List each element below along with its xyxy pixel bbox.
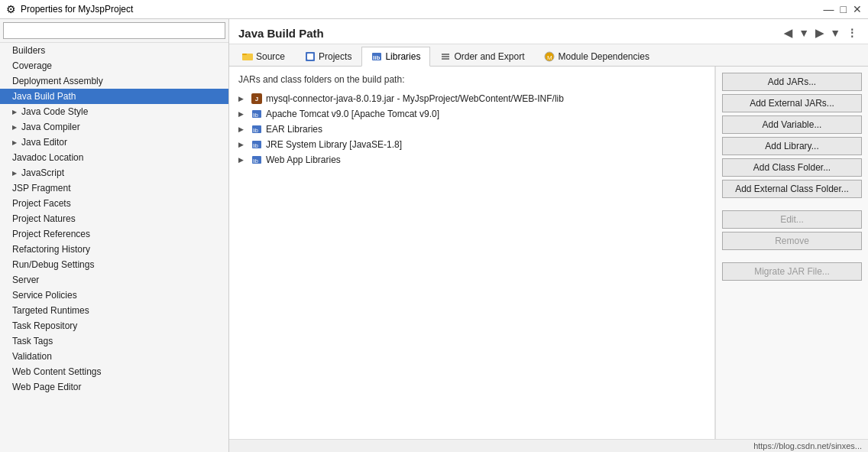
dropdown-arrow-2[interactable]: ▼	[828, 25, 842, 41]
button-remove: Remove	[722, 232, 862, 250]
sidebar-item-java-code-style[interactable]: Java Code Style	[0, 104, 228, 119]
tree-item-label: Apache Tomcat v9.0 [Apache Tomcat v9.0]	[266, 109, 439, 119]
status-text: https://blog.csdn.net/sinxes...	[753, 441, 862, 450]
sidebar-item-task-repository[interactable]: Task Repository	[0, 318, 228, 333]
tree-items-container: ▶Jmysql-connector-java-8.0.19.jar - MyJs…	[229, 91, 714, 167]
sidebar-item-task-tags[interactable]: Task Tags	[0, 333, 228, 349]
button-spacer	[722, 201, 862, 207]
sidebar-item-java-compiler[interactable]: Java Compiler	[0, 119, 228, 135]
button-spacer	[722, 253, 862, 259]
sidebar-item-java-build-path[interactable]: Java Build Path	[0, 89, 228, 104]
buttons-panel: Add JARs...Add External JARs...Add Varia…	[715, 67, 868, 439]
close-button[interactable]: ✕	[853, 3, 862, 15]
button-add-jars-[interactable]: Add JARs...	[722, 73, 862, 91]
svg-text:lib: lib	[373, 54, 380, 61]
sidebar-item-run/debug-settings[interactable]: Run/Debug Settings	[0, 257, 228, 272]
maximize-button[interactable]: □	[840, 3, 847, 15]
svg-text:lib: lib	[253, 143, 258, 148]
tree-item[interactable]: ▶Jmysql-connector-java-8.0.19.jar - MyJs…	[229, 91, 714, 106]
tab-bar: SourceProjectslibLibrariesOrder and Expo…	[229, 44, 868, 67]
tree-arrow-icon: ▶	[238, 95, 251, 102]
lib-tree-icon: lib	[251, 123, 263, 135]
nav-arrows: ◀ ▼ ▶ ▼ ⋮	[782, 25, 859, 41]
svg-rect-3	[307, 54, 313, 60]
project-tab-icon	[305, 51, 316, 62]
button-edit-: Edit...	[722, 210, 862, 229]
sidebar-item-web-page-editor[interactable]: Web Page Editor	[0, 379, 228, 395]
order-tab-icon	[440, 51, 451, 62]
tree-arrow-icon: ▶	[238, 156, 251, 164]
sidebar-item-project-facets[interactable]: Project Facets	[0, 196, 228, 211]
tree-arrow-icon: ▶	[238, 141, 251, 148]
app-icon: ⚙	[6, 3, 16, 15]
sidebar-item-javascript[interactable]: JavaScript	[0, 165, 228, 180]
forward-arrow[interactable]: ▶	[814, 25, 825, 41]
svg-text:M: M	[547, 54, 552, 61]
sidebar-item-java-editor[interactable]: Java Editor	[0, 135, 228, 150]
sidebar-item-jsp-fragment[interactable]: JSP Fragment	[0, 180, 228, 196]
button-add-external-class-folder-[interactable]: Add External Class Folder...	[722, 180, 862, 198]
sidebar: BuildersCoverageDeployment AssemblyJava …	[0, 19, 229, 452]
svg-text:lib: lib	[253, 128, 258, 133]
tab-order-and-export[interactable]: Order and Export	[430, 47, 534, 66]
tree-arrow-icon: ▶	[238, 125, 251, 133]
sidebar-item-refactoring-history[interactable]: Refactoring History	[0, 242, 228, 257]
tab-libraries[interactable]: libLibraries	[361, 47, 430, 67]
content-header: Java Build Path ◀ ▼ ▶ ▼ ⋮	[229, 19, 868, 44]
button-migrate-jar-file-: Migrate JAR File...	[722, 262, 862, 281]
folder-tab-icon	[242, 51, 253, 62]
sidebar-item-coverage[interactable]: Coverage	[0, 58, 228, 73]
tab-source[interactable]: Source	[232, 47, 295, 66]
sidebar-item-builders[interactable]: Builders	[0, 43, 228, 58]
tree-panel: JARs and class folders on the build path…	[229, 67, 715, 439]
minimize-button[interactable]: —	[824, 3, 834, 15]
sidebar-item-javadoc-location[interactable]: Javadoc Location	[0, 150, 228, 165]
content-area: Java Build Path ◀ ▼ ▶ ▼ ⋮ SourceProjects…	[229, 19, 868, 452]
tree-item-label: mysql-connector-java-8.0.19.jar - MyJspP…	[266, 93, 564, 104]
sidebar-item-deployment-assembly[interactable]: Deployment Assembly	[0, 73, 228, 89]
sidebar-search-container	[0, 19, 228, 43]
module-tab-icon: M	[544, 51, 555, 62]
tree-arrow-icon: ▶	[238, 110, 251, 118]
tree-item-label: Web App Libraries	[266, 154, 341, 165]
tree-description: JARs and class folders on the build path…	[229, 71, 714, 91]
content-body: JARs and class folders on the build path…	[229, 67, 868, 439]
status-bar: https://blog.csdn.net/sinxes...	[229, 439, 868, 452]
lib-tree-icon: lib	[251, 154, 263, 166]
page-title: Java Build Path	[238, 27, 324, 40]
button-add-library-[interactable]: Add Library...	[722, 137, 862, 155]
svg-text:lib: lib	[253, 112, 258, 118]
tree-item[interactable]: ▶libJRE System Library [JavaSE-1.8]	[229, 137, 714, 152]
tab-label-order-and-export: Order and Export	[454, 51, 524, 62]
sidebar-items-container: BuildersCoverageDeployment AssemblyJava …	[0, 43, 228, 395]
title-bar-controls[interactable]: — □ ✕	[824, 3, 862, 15]
sidebar-item-web-content-settings[interactable]: Web Content Settings	[0, 364, 228, 379]
button-add-class-folder-[interactable]: Add Class Folder...	[722, 158, 862, 177]
sidebar-item-server[interactable]: Server	[0, 272, 228, 288]
button-add-variable-[interactable]: Add Variable...	[722, 115, 862, 134]
tab-module-dependencies[interactable]: MModule Dependencies	[534, 47, 659, 66]
sidebar-search-input[interactable]	[3, 22, 225, 39]
tab-label-libraries: Libraries	[385, 51, 420, 62]
tree-item[interactable]: ▶libEAR Libraries	[229, 122, 714, 137]
menu-icon[interactable]: ⋮	[845, 25, 859, 41]
sidebar-item-project-references[interactable]: Project References	[0, 226, 228, 242]
sidebar-item-project-natures[interactable]: Project Natures	[0, 211, 228, 226]
sidebar-item-targeted-runtimes[interactable]: Targeted Runtimes	[0, 303, 228, 318]
sidebar-item-service-policies[interactable]: Service Policies	[0, 288, 228, 303]
back-arrow[interactable]: ◀	[782, 25, 794, 41]
svg-text:lib: lib	[253, 158, 258, 164]
library-tab-icon: lib	[371, 51, 382, 62]
main-layout: BuildersCoverageDeployment AssemblyJava …	[0, 19, 868, 452]
tab-projects[interactable]: Projects	[295, 47, 361, 66]
title-bar: ⚙ Properties for MyJspProject — □ ✕	[0, 0, 868, 19]
tree-item[interactable]: ▶libWeb App Libraries	[229, 152, 714, 167]
sidebar-item-validation[interactable]: Validation	[0, 349, 228, 364]
dropdown-arrow[interactable]: ▼	[797, 25, 811, 41]
tree-item[interactable]: ▶libApache Tomcat v9.0 [Apache Tomcat v9…	[229, 106, 714, 122]
tab-label-projects: Projects	[319, 51, 351, 62]
title-bar-left: ⚙ Properties for MyJspProject	[6, 3, 133, 15]
tab-label-source: Source	[256, 51, 285, 62]
window-title: Properties for MyJspProject	[21, 4, 133, 15]
button-add-external-jars-[interactable]: Add External JARs...	[722, 94, 862, 112]
